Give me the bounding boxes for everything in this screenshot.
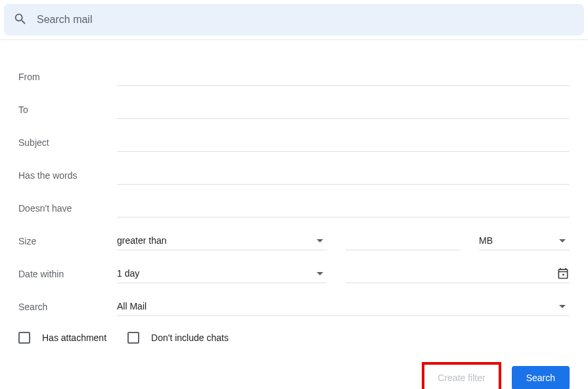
date-within-row: Date within 1 day — [18, 250, 570, 283]
date-within-label: Date within — [18, 269, 117, 283]
date-range-value: 1 day — [117, 264, 317, 283]
size-value-input[interactable] — [346, 231, 461, 250]
to-label: To — [18, 104, 117, 119]
chevron-down-icon — [317, 239, 323, 242]
exclude-chats-option[interactable]: Don't include chats — [127, 332, 229, 344]
exclude-chats-checkbox[interactable] — [127, 332, 139, 344]
search-scope-value: All Mail — [117, 297, 559, 315]
search-icon — [13, 12, 28, 28]
date-field[interactable] — [346, 264, 570, 283]
search-input[interactable] — [37, 14, 575, 26]
subject-label: Subject — [18, 137, 117, 152]
button-row: Create filter Search — [18, 362, 570, 389]
doesnt-have-input[interactable] — [117, 198, 570, 217]
search-scope-label: Search — [18, 302, 117, 316]
annotation-highlight: Create filter — [422, 362, 501, 389]
exclude-chats-label: Don't include chats — [151, 332, 229, 343]
date-range-select[interactable]: 1 day — [117, 264, 327, 283]
search-scope-select[interactable]: All Mail — [117, 297, 570, 316]
has-attachment-checkbox[interactable] — [18, 332, 30, 344]
size-operator-select[interactable]: greater than — [117, 231, 327, 250]
has-words-input[interactable] — [117, 166, 570, 185]
date-input[interactable] — [346, 264, 556, 283]
size-operator-value: greater than — [117, 231, 317, 250]
to-row: To — [18, 86, 570, 119]
calendar-icon[interactable] — [556, 267, 570, 280]
from-input[interactable] — [117, 67, 570, 86]
has-attachment-option[interactable]: Has attachment — [18, 332, 106, 344]
chevron-down-icon — [559, 305, 566, 308]
chevron-down-icon — [317, 272, 323, 275]
size-unit-select[interactable]: MB — [479, 231, 570, 250]
create-filter-button: Create filter — [426, 366, 497, 389]
chevron-down-icon — [559, 239, 566, 242]
search-scope-row: Search All Mail — [18, 283, 570, 316]
svg-rect-0 — [562, 274, 564, 276]
size-row: Size greater than MB — [18, 217, 570, 250]
checkbox-row: Has attachment Don't include chats — [18, 332, 570, 344]
to-input[interactable] — [117, 100, 570, 119]
size-label: Size — [18, 236, 117, 250]
size-unit-value: MB — [479, 231, 559, 250]
doesnt-have-label: Doesn't have — [18, 203, 117, 217]
has-words-label: Has the words — [18, 170, 117, 185]
from-label: From — [18, 72, 117, 86]
doesnt-have-row: Doesn't have — [18, 185, 570, 217]
from-row: From — [18, 53, 570, 86]
search-button[interactable]: Search — [512, 366, 570, 389]
advanced-search-form: From To Subject Has the words Doesn't ha… — [0, 40, 588, 389]
subject-input[interactable] — [117, 133, 570, 152]
has-words-row: Has the words — [18, 152, 570, 185]
search-bar[interactable] — [4, 4, 584, 35]
subject-row: Subject — [18, 119, 570, 152]
has-attachment-label: Has attachment — [42, 332, 106, 343]
